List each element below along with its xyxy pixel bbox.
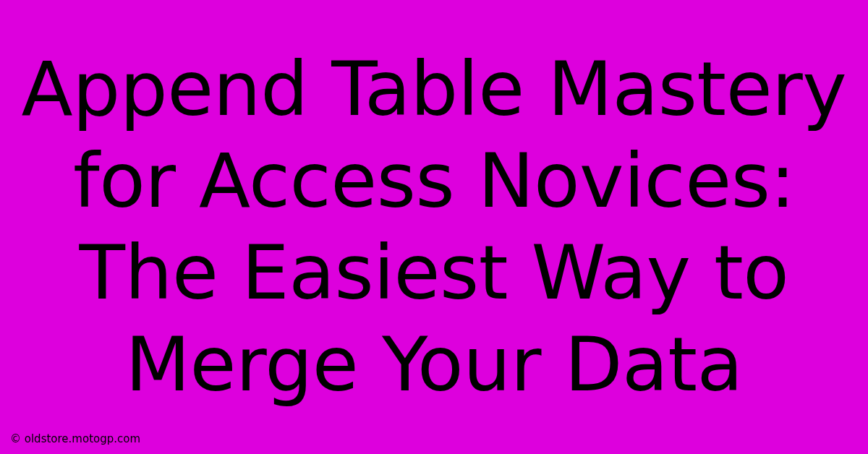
- attribution-text: © oldstore.motogp.com: [10, 432, 140, 445]
- page-title: Append Table Mastery for Access Novices:…: [14, 43, 854, 411]
- title-container: Append Table Mastery for Access Novices:…: [0, 0, 868, 454]
